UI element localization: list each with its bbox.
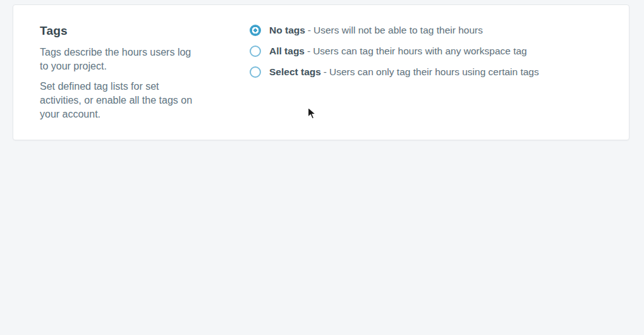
label-separator: -: [307, 46, 310, 56]
radio-option-text: Select tags-Users can only tag their hou…: [269, 66, 539, 78]
radio-option-label: All tags: [269, 46, 305, 56]
label-separator: -: [308, 25, 311, 35]
section-description-paragraph: Set defined tag lists for set activities…: [40, 80, 199, 121]
section-description: Tags describe the hours users log to you…: [40, 46, 199, 121]
radio-option-select-tags[interactable]: Select tags-Users can only tag their hou…: [250, 66, 610, 78]
radio-option-label: Select tags: [269, 66, 321, 77]
radio-option-all-tags[interactable]: All tags-Users can tag their hours with …: [250, 45, 610, 57]
radio-option-label: No tags: [269, 25, 305, 35]
radio-option-description: Users can tag their hours with any works…: [313, 46, 527, 56]
radio-option-text: All tags-Users can tag their hours with …: [269, 45, 527, 57]
label-separator: -: [324, 66, 327, 77]
radio-button-icon[interactable]: [250, 25, 261, 36]
tags-section-info: Tags Tags describe the hours users log t…: [40, 24, 199, 121]
radio-button-icon[interactable]: [250, 66, 261, 78]
radio-option-description: Users can only tag their hours using cer…: [329, 66, 539, 77]
section-title: Tags: [40, 24, 199, 38]
page-background: { "card": { "section": { "title": "Tags"…: [0, 0, 644, 335]
tags-radio-group: No tags-Users will not be able to tag th…: [250, 24, 610, 121]
radio-option-no-tags[interactable]: No tags-Users will not be able to tag th…: [250, 24, 610, 36]
section-description-paragraph: Tags describe the hours users log to you…: [40, 46, 199, 73]
radio-option-text: No tags-Users will not be able to tag th…: [269, 24, 483, 36]
radio-button-icon[interactable]: [250, 46, 261, 57]
radio-option-description: Users will not be able to tag their hour…: [313, 25, 483, 35]
tags-settings-card: Tags Tags describe the hours users log t…: [13, 4, 629, 140]
